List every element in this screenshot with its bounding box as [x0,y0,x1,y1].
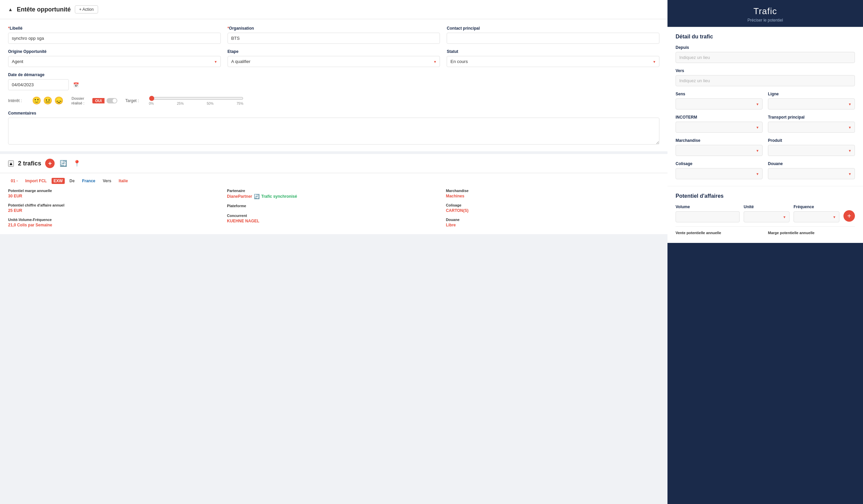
right-panel-title: Trafic [674,6,856,16]
contact-input[interactable] [447,33,659,44]
incoterm-select-wrap [676,121,763,133]
comments-field: Commentaires [8,111,659,144]
incoterm-select[interactable] [676,121,763,133]
libelle-field: *Libellé [8,26,221,44]
comments-textarea[interactable] [8,118,659,144]
trafic-details-col1: Potentiel marge annuelle 30 EUR Potentie… [8,189,222,228]
potentiel-title: Potentiel d'affaires [676,193,855,199]
action-button[interactable]: + Action [75,5,98,13]
uvf-item: Unité-Volume-Fréquence 21,0 Colis par Se… [8,218,222,228]
date-label: Date de démarrage [8,73,82,77]
vers-field: Vers [676,68,855,86]
trafic-details-grid: Potentiel marge annuelle 30 EUR Potentie… [8,189,659,228]
smiley-neutral[interactable]: 😐 [43,96,52,105]
trafic-tag-row: 01 - Import FCL EXW De France Vers Itali… [8,178,659,184]
detail-section: Détail du trafic Depuis Vers Sens [667,27,863,186]
transport-field: Transport principal [768,115,855,133]
form-row-1: *Libellé *Organisation Contact principal [8,26,659,44]
slider-label-50: 50% [207,102,213,105]
colisage-select[interactable] [676,168,763,179]
produit-select[interactable] [768,145,855,156]
sens-select[interactable] [676,99,763,109]
concurrent-label: Concurrent [227,214,440,218]
marchandise-item: Marchandise Machines [446,189,659,198]
depuis-input[interactable] [676,52,855,63]
trafic-tag-number: 01 - [8,178,21,184]
origine-field: Origine Opportunité Agent [8,49,221,67]
trafic-tag-from: France [79,178,98,184]
volume-label: Volume [676,205,740,209]
target-slider[interactable] [149,96,243,101]
potentiel-section: Potentiel d'affaires Volume Unité Fréque… [667,186,863,243]
volume-field: Volume [676,205,740,222]
statut-select-wrap: En cours [447,56,659,67]
plateforme-item: Plateforme [227,204,440,209]
plateforme-label: Plateforme [227,204,440,208]
date-input[interactable] [8,79,69,90]
uvf-label: Unité-Volume-Fréquence [8,218,222,222]
libelle-input[interactable] [8,33,221,44]
marchandise-select[interactable] [676,145,763,156]
calendar-icon: 📅 [73,82,79,88]
etape-select[interactable]: A qualifier [227,56,440,67]
sens-select-wrap [676,99,763,109]
unite-select[interactable] [744,211,789,222]
entete-form: *Libellé *Organisation Contact principal… [0,19,667,154]
origine-select[interactable]: Agent [8,56,221,67]
volume-input[interactable] [676,211,740,222]
marchandise-select-wrap [676,145,763,156]
smiley-happy[interactable]: 🙂 [32,96,41,105]
colisage-select-wrap [676,168,763,179]
etape-field: Etape A qualifier [227,49,440,67]
transport-select[interactable] [768,121,855,133]
ligne-select[interactable] [768,99,855,109]
organisation-input[interactable] [227,33,440,44]
trafic-details-col2: Partenaire DianePartner 🔄 Trafic synchro… [227,189,440,228]
douane-item: Douane Libre [446,218,659,228]
trafics-collapse-button[interactable]: ▲ [8,160,14,167]
right-panel-subtitle: Préciser le potentiel [674,18,856,23]
sync-icon: 🔄 [254,194,260,199]
page-title: Entête opportunité [17,6,71,13]
vers-input[interactable] [676,75,855,86]
marchandise-label: Marchandise [446,189,659,193]
vente-row: Vente potentielle annuelle Marge potenti… [676,227,855,236]
smiley-sad[interactable]: 😞 [54,96,63,105]
collapse-button[interactable]: ▲ [8,7,13,12]
right-panel: Trafic Préciser le potentiel Détail du t… [667,0,863,504]
produit-select-wrap [768,145,855,156]
trafic-pin-button[interactable]: 📍 [72,159,82,168]
douane-select-wrap [768,168,855,179]
add-button-wrap: + [843,210,855,222]
colisage-value: CARTON(S) [446,208,659,213]
trafic-refresh-button[interactable]: 🔄 [59,159,68,168]
trafic-details-col3: Marchandise Machines Colisage CARTON(S) … [446,189,659,228]
vente-label: Vente potentielle annuelle [676,231,763,235]
marchandise-value: Machines [446,194,659,198]
transport-label: Transport principal [768,115,855,120]
produit-field: Produit [768,138,855,156]
ligne-label: Ligne [768,92,855,96]
sens-label: Sens [676,92,763,96]
colisage-detail-label: Colisage [676,161,763,166]
dossier-sub: réalisé : [72,101,85,105]
organisation-field: *Organisation [227,26,440,44]
depuis-field: Depuis [676,45,855,63]
target-slider-wrap: 0% 25% 50% 75% [149,96,243,105]
slider-label-75: 75% [237,102,243,105]
frequence-select-wrap [793,211,839,222]
form-row-3: Date de démarrage 📅 [8,73,82,90]
trafic-add-button[interactable]: + [45,159,54,168]
partenaire-item: Partenaire DianePartner 🔄 Trafic synchro… [227,189,440,199]
douane-select[interactable] [768,168,855,179]
dossier-group: Dossier réalisé : [72,96,85,105]
statut-select[interactable]: En cours [447,56,659,67]
colisage-item: Colisage CARTON(S) [446,203,659,213]
detail-grid: Depuis Vers Sens Ligne [676,45,855,179]
colisage-label: Colisage [446,203,659,207]
dossier-toggle[interactable] [107,98,117,103]
frequence-select[interactable] [793,211,839,222]
potentiel-add-button[interactable]: + [843,210,855,222]
statut-label: Statut [447,49,659,54]
form-row-2: Origine Opportunité Agent Etape A qualif… [8,49,659,67]
